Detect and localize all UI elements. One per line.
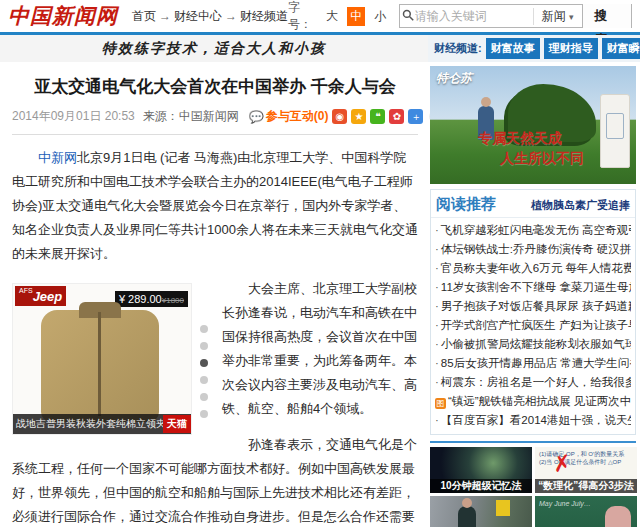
font-size-medium[interactable]: 中 bbox=[347, 7, 365, 26]
thumb-math-scores[interactable]: (1)请确定 OP，和 O′的数量关系(2)当 OP 满足什么条件时 △OP ✗… bbox=[535, 447, 637, 493]
font-size-large[interactable]: 大 bbox=[323, 7, 341, 26]
breadcrumb-arrow: → bbox=[225, 9, 237, 23]
article-source: 来源：中国新闻网 bbox=[143, 108, 239, 125]
recommend-header: 阅读推荐 植物胰岛素广受追捧 bbox=[431, 190, 635, 217]
recommend-side-link[interactable]: 植物胰岛素广受追捧 bbox=[531, 198, 630, 213]
share-renren-icon[interactable]: ✿ bbox=[389, 109, 404, 124]
carousel-dots bbox=[200, 325, 208, 427]
list-item[interactable]: 开学式剖宫产忙疯医生 产妇为让孩子早上学提前分娩 bbox=[435, 316, 631, 335]
thumb-memory-method[interactable]: 10分钟超级记忆法 bbox=[430, 447, 532, 493]
search-box: 新闻 ▾ 搜索 bbox=[399, 4, 632, 28]
old-price: ¥1800 bbox=[162, 296, 184, 305]
list-item[interactable]: 85后女孩开情趣用品店 常遭大学生问初夜问题 bbox=[435, 354, 631, 373]
chevron-down-icon: ▾ bbox=[569, 12, 574, 22]
breadcrumb-finance-channel[interactable]: 财经频道 bbox=[240, 9, 288, 23]
list-item[interactable]: 体坛钢铁战士:乔丹膝伤演传奇 硬汉拼到肛裂(图) bbox=[435, 240, 631, 259]
milk-ad-banner[interactable]: 特仑苏 专属天然天成 人生所以不同 bbox=[430, 66, 636, 184]
search-button[interactable]: 搜索 bbox=[582, 4, 631, 28]
breadcrumb-arrow: → bbox=[159, 9, 171, 23]
video-thumbnails: 10分钟超级记忆法 (1)请确定 OP，和 O′的数量关系(2)当 OP 满足什… bbox=[430, 447, 636, 527]
woman-figure bbox=[458, 506, 476, 527]
chalkboard-text: May June July… bbox=[539, 500, 591, 507]
list-item[interactable]: 男子抱孩子对饭店餐具尿尿 孩子妈道歉称情非得已 bbox=[435, 297, 631, 316]
street-sign bbox=[496, 500, 510, 516]
ad-caption[interactable]: 战地吉普男装秋装外套纯棉立领夹克夹克大码外 bbox=[13, 417, 163, 431]
share-wechat-icon[interactable]: ❝ bbox=[370, 109, 385, 124]
share-weibo-icon[interactable]: ◉ bbox=[332, 109, 347, 124]
list-item[interactable]: 柯震东：房祖名是一个好人，给我很多正面能量 bbox=[435, 373, 631, 392]
search-category-dropdown[interactable]: 新闻 ▾ bbox=[533, 8, 582, 25]
carousel-dot[interactable] bbox=[200, 376, 208, 384]
breadcrumb-home[interactable]: 首页 bbox=[132, 9, 156, 23]
channel-tabs: 财经频道: 财富故事 理财指导 财富瞬间 bbox=[428, 35, 640, 62]
recommend-box: 阅读推荐 植物胰岛素广受追捧 飞机穿越彩虹闪电毫发无伤 高空奇观引惊叹(图) 体… bbox=[430, 189, 636, 435]
carousel-dot[interactable] bbox=[200, 393, 208, 401]
breadcrumb-finance-center[interactable]: 财经中心 bbox=[174, 9, 222, 23]
jacket-image bbox=[41, 310, 159, 422]
share-more-icon[interactable]: ＋ bbox=[408, 109, 423, 124]
recommend-list: 飞机穿越彩虹闪电毫发无伤 高空奇观引惊叹(图) 体坛钢铁战士:乔丹膝伤演传奇 硬… bbox=[431, 217, 635, 434]
article-meta: 2014年09月01日 20:53 来源：中国新闻网 💬 参与互动(0) ◉ ★… bbox=[12, 108, 418, 125]
list-item[interactable]: 11岁女孩割舍不下继母 拿菜刀逼生母放弃监护权 bbox=[435, 278, 631, 297]
list-item[interactable]: 图“镇远”舰铁锚亮相抗战展 见证两次中日战争 bbox=[435, 392, 631, 411]
red-check-mark: ✗ bbox=[551, 450, 573, 478]
main-area: 亚太交通电气化大会首次在中国举办 千余人与会 2014年09月01日 20:53… bbox=[0, 62, 640, 527]
search-icon bbox=[400, 7, 414, 25]
cns-link[interactable]: 中新网 bbox=[38, 150, 77, 165]
list-item[interactable]: 小偷被抓警局炫耀技能称划衣服如气球上切肉丝 bbox=[435, 335, 631, 354]
list-item[interactable]: 官员称夫妻年收入6万元 每年人情花费近10万(图) bbox=[435, 259, 631, 278]
recommend-title[interactable]: 阅读推荐 bbox=[436, 195, 496, 214]
share-qzone-icon[interactable]: ★ bbox=[351, 109, 366, 124]
text-ad-banner[interactable]: 特效练字技术，适合大人和小孩 bbox=[0, 35, 428, 62]
thumb-caption: “数理化”得高分3步法 bbox=[535, 479, 637, 493]
inline-product-ad: AFSJeep ¥ 289.00¥1800 战地吉普男装秋装外套纯棉立领夹克夹克… bbox=[12, 283, 210, 435]
price-tag: ¥ 289.00¥1800 bbox=[115, 291, 188, 307]
sidebar-divider bbox=[430, 441, 636, 443]
tab-money-guide[interactable]: 理财指导 bbox=[544, 38, 598, 59]
carousel-dot[interactable] bbox=[200, 325, 208, 333]
meta-divider bbox=[12, 134, 418, 135]
thumb-english-usa[interactable]: 53岁流利英语“闯”美国 bbox=[430, 496, 532, 527]
list-item[interactable]: 飞机穿越彩虹闪电毫发无伤 高空奇观引惊叹(图) bbox=[435, 221, 631, 240]
search-input[interactable] bbox=[415, 9, 533, 23]
thumb-word-memory[interactable]: May June July… 单词不硬背 巧记有秘籍 bbox=[535, 496, 637, 527]
tab-wealth-moment[interactable]: 财富瞬间 bbox=[602, 38, 640, 59]
sidebar: 特仑苏 专属天然天成 人生所以不同 阅读推荐 植物胰岛素广受追捧 飞机穿越彩虹闪… bbox=[428, 62, 640, 527]
font-size-small[interactable]: 小 bbox=[371, 7, 389, 26]
photo-icon: 图 bbox=[435, 398, 446, 409]
banner-strip: 特效练字技术，适合大人和小孩 财经频道: 财富故事 理财指导 财富瞬间 bbox=[0, 35, 640, 62]
channel-label: 财经频道: bbox=[434, 41, 482, 56]
telunsu-logo: 特仑苏 bbox=[436, 70, 472, 87]
tab-wealth-story[interactable]: 财富故事 bbox=[486, 38, 540, 59]
site-logo[interactable]: 中国新闻网 bbox=[8, 2, 118, 30]
paragraph-3: 孙逢春表示，交通电气化是个系统工程，任何一个国家不可能哪方面技术都好。例如中国高… bbox=[12, 433, 418, 527]
product-ad-image[interactable]: AFSJeep ¥ 289.00¥1800 战地吉普男装秋装外套纯棉立领夹克夹克… bbox=[12, 283, 192, 435]
article-column: 亚太交通电气化大会首次在中国举办 千余人与会 2014年09月01日 20:53… bbox=[0, 62, 428, 527]
list-item[interactable]: 【百度百家】看2014港姐十强，说天生丽质也得拼 bbox=[435, 411, 631, 430]
interact-link[interactable]: 参与互动(0) bbox=[266, 108, 329, 125]
ad-slogan: 专属天然天成 人生所以不同 bbox=[478, 128, 584, 168]
paragraph-1: 中新网北京9月1日电 (记者 马海燕)由北京理工大学、中国科学院电工研究所和中国… bbox=[12, 146, 418, 266]
girl-figure bbox=[605, 506, 631, 527]
article-body: 中新网北京9月1日电 (记者 马海燕)由北京理工大学、中国科学院电工研究所和中国… bbox=[12, 146, 418, 527]
font-size-label: 字号： bbox=[288, 0, 317, 33]
article-title: 亚太交通电气化大会首次在中国举办 千余人与会 bbox=[12, 75, 418, 98]
header-right: 字号： 大 中 小 新闻 ▾ 搜索 bbox=[288, 0, 632, 33]
font-size-control: 字号： 大 中 小 bbox=[288, 0, 389, 33]
carousel-dot[interactable] bbox=[200, 342, 208, 350]
carousel-dot-active[interactable] bbox=[200, 359, 208, 367]
top-header: 中国新闻网 首页→财经中心→财经频道 字号： 大 中 小 新闻 ▾ 搜索 bbox=[0, 0, 640, 32]
afs-jeep-logo: AFSJeep bbox=[15, 286, 66, 306]
comment-bubble-icon: 💬 bbox=[249, 110, 264, 124]
breadcrumb: 首页→财经中心→财经频道 bbox=[132, 8, 288, 25]
ad-caption-bar: 战地吉普男装秋装外套纯棉立领夹克夹克大码外 天猫 bbox=[13, 414, 191, 434]
carousel-dot[interactable] bbox=[200, 410, 208, 418]
article-date: 2014年09月01日 20:53 bbox=[12, 108, 135, 125]
milk-carton-image bbox=[600, 94, 630, 168]
tmall-badge[interactable]: 天猫 bbox=[163, 415, 191, 433]
thumb-caption: 10分钟超级记忆法 bbox=[430, 479, 532, 493]
